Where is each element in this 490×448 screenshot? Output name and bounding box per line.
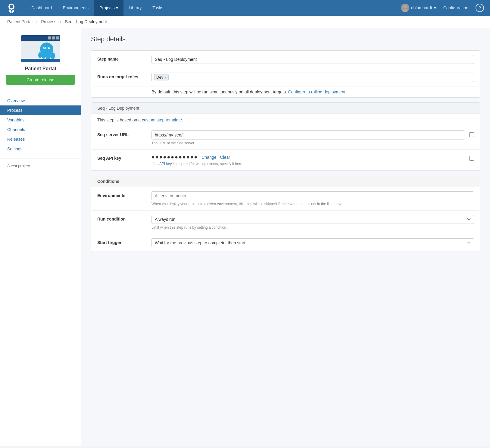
seq-url-label: Seq server URL [97, 130, 151, 137]
step-template-section: Seq - Log Deployment This step is based … [91, 102, 480, 171]
breadcrumb-patient-portal[interactable]: Patient Portal [7, 19, 33, 24]
user-menu[interactable]: nblumhardt ▾ [398, 0, 439, 16]
help-button[interactable]: ? [476, 4, 484, 12]
sidebar-item-process[interactable]: Process [0, 105, 81, 115]
sidebar: Patient Portal Create release Overview P… [0, 28, 81, 446]
run-condition-row: Run condition Always run Only run when p… [91, 211, 480, 234]
step-name-control [151, 55, 474, 64]
svg-point-6 [403, 5, 407, 8]
sidebar-item-variables[interactable]: Variables [0, 115, 81, 125]
nav-projects[interactable]: Projects ▾ [94, 0, 123, 16]
dev-tag: Dev × [154, 74, 169, 80]
conditions-header: Conditions [91, 176, 480, 187]
seq-url-checkbox-col [465, 130, 474, 137]
svg-point-9 [41, 52, 46, 59]
maximize-icon [52, 36, 55, 39]
runs-on-control: Dev × [151, 73, 474, 82]
sidebar-description: A test project. [0, 159, 81, 173]
close-icon [56, 36, 59, 39]
seq-url-hint: The URL of the Seq server. [151, 141, 465, 145]
start-trigger-select[interactable]: Wait for the previous step to complete, … [151, 238, 474, 247]
page-content: Patient Portal Create release Overview P… [0, 28, 490, 446]
tag-label: Dev [156, 75, 163, 80]
seq-url-input[interactable] [151, 130, 465, 139]
top-navigation: Dashboard Environments Projects ▾ Librar… [0, 0, 490, 16]
api-key-hint-pre: If an [151, 162, 158, 166]
sidebar-project: Patient Portal Create release [0, 35, 81, 91]
tag-remove-button[interactable]: × [164, 75, 167, 80]
svg-rect-2 [8, 9, 10, 12]
main-content: Step details Step name Runs on target ro… [81, 28, 490, 446]
sidebar-item-channels[interactable]: Channels [0, 125, 81, 134]
page-title: Step details [91, 35, 480, 43]
nav-dashboard[interactable]: Dashboard [26, 0, 58, 16]
api-key-hint-link[interactable]: API key [159, 162, 172, 166]
custom-template-link[interactable]: custom step template. [142, 117, 183, 122]
sidebar-item-releases[interactable]: Releases [0, 134, 81, 144]
project-icon [21, 35, 60, 62]
clear-api-key-link[interactable]: Clear [220, 155, 230, 160]
step-name-label: Step name [97, 55, 151, 61]
environments-control: When you deploy your project to a given … [151, 191, 474, 206]
svg-rect-3 [10, 10, 11, 13]
rolling-link[interactable]: Configure a rolling deployment. [288, 89, 347, 94]
step-name-input[interactable] [151, 55, 474, 64]
seq-api-key-label: Seq API key [97, 154, 151, 161]
nav-right: nblumhardt ▾ Configuration ? [398, 0, 484, 16]
seq-api-key-checkbox[interactable] [469, 156, 474, 161]
sidebar-nav: Overview Process Variables Channels Rele… [0, 91, 81, 159]
seq-api-key-hint: If an API key is required for writing ev… [151, 162, 465, 166]
top-form-section: Step name Runs on target roles Dev × [91, 50, 480, 98]
sidebar-item-overview[interactable]: Overview [0, 96, 81, 105]
window-body [21, 41, 60, 59]
svg-point-7 [402, 9, 408, 12]
rolling-info: By default, this step will be run simult… [151, 89, 474, 94]
username-label: nblumhardt [411, 5, 432, 10]
environments-label: Environments [97, 191, 151, 198]
logo-icon[interactable] [6, 2, 17, 13]
svg-point-1 [10, 5, 13, 8]
nav-tasks[interactable]: Tasks [147, 0, 169, 16]
custom-template-text: This step is based on a [97, 117, 141, 122]
svg-point-12 [38, 52, 42, 58]
seq-url-checkbox[interactable] [469, 132, 474, 137]
environments-input[interactable] [151, 191, 474, 200]
seq-api-key-checkbox-col [465, 154, 474, 161]
change-api-key-link[interactable]: Change [201, 155, 216, 160]
minimize-icon [48, 36, 51, 39]
rolling-deployment-row: By default, this step will be run simult… [91, 86, 480, 97]
step-name-bar: Seq - Log Deployment [91, 103, 480, 114]
run-condition-control: Always run Only run when previous step s… [151, 215, 474, 230]
svg-rect-4 [11, 10, 13, 13]
nav-configuration[interactable]: Configuration [440, 0, 471, 16]
main-nav: Dashboard Environments Projects ▾ Librar… [26, 0, 398, 16]
run-condition-hint: Limit when this step runs by setting a c… [151, 225, 474, 230]
conditions-section: Conditions Environments When you deploy … [91, 176, 480, 252]
svg-point-11 [50, 52, 55, 59]
api-key-dots: ●●●●●●●●●●●● [151, 154, 198, 160]
create-release-button[interactable]: Create release [6, 75, 75, 85]
svg-point-15 [44, 47, 45, 49]
tag-input-field[interactable]: Dev × [151, 73, 474, 82]
runs-on-label: Runs on target roles [97, 73, 151, 79]
step-name-row: Step name [91, 51, 480, 68]
svg-point-16 [48, 47, 50, 49]
run-condition-label: Run condition [97, 215, 151, 221]
breadcrumb: Patient Portal › Process › Seq - Log Dep… [0, 16, 490, 28]
environments-row: Environments When you deploy your projec… [91, 187, 480, 211]
environments-hint: When you deploy your project to a given … [151, 202, 474, 206]
nav-environments[interactable]: Environments [58, 0, 94, 16]
start-trigger-label: Start trigger [97, 238, 151, 245]
start-trigger-row: Start trigger Wait for the previous step… [91, 234, 480, 252]
seq-api-key-field: ●●●●●●●●●●●● Change Clear [151, 154, 465, 160]
breadcrumb-process[interactable]: Process [41, 19, 57, 24]
seq-url-control: The URL of the Seq server. [151, 130, 465, 145]
api-key-hint-post: is required for writing events, specify … [173, 162, 243, 166]
sidebar-item-settings[interactable]: Settings [0, 144, 81, 154]
seq-api-key-row: Seq API key ●●●●●●●●●●●● Change Clear If… [91, 150, 480, 171]
rolling-text: By default, this step will be run simult… [151, 89, 287, 94]
nav-library[interactable]: Library [123, 0, 147, 16]
breadcrumb-current: Seq - Log Deployment [65, 19, 107, 24]
seq-api-key-control: ●●●●●●●●●●●● Change Clear If an API key … [151, 154, 465, 166]
run-condition-select[interactable]: Always run Only run when previous step s… [151, 215, 474, 224]
